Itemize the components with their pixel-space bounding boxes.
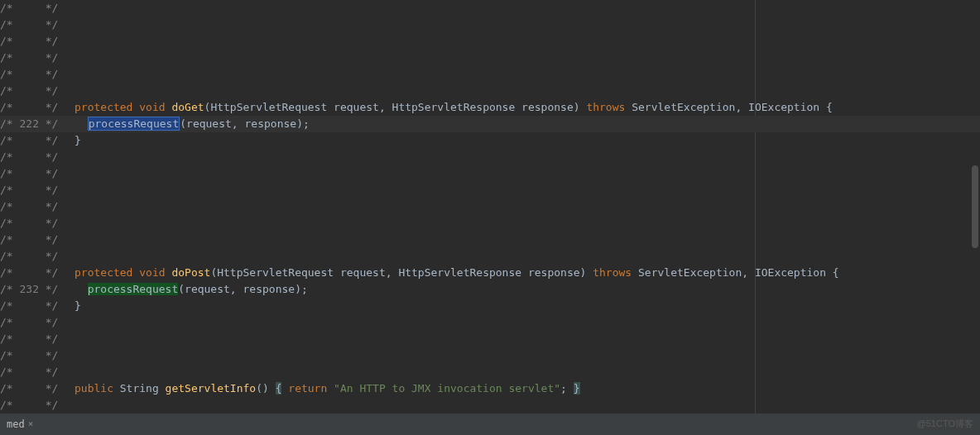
tab-label[interactable]: med	[7, 416, 25, 433]
token-call-hl-blue: processRequest	[88, 117, 180, 131]
code-line[interactable]: /* */	[0, 364, 980, 380]
code-content[interactable]	[68, 232, 74, 248]
token-param: response	[245, 117, 297, 130]
line-number-comment: /* */	[0, 149, 68, 165]
code-content[interactable]	[68, 50, 74, 66]
line-number-comment: /* */	[0, 165, 68, 182]
token-punct: (	[178, 283, 185, 295]
token-kw: throws	[593, 266, 632, 279]
code-line[interactable]: /* */	[0, 215, 980, 232]
code-content[interactable]	[68, 314, 74, 331]
code-line[interactable]: /* */	[0, 248, 980, 265]
code-line[interactable]: /* */	[0, 83, 980, 99]
code-content[interactable]	[68, 331, 74, 347]
line-number-comment: /* */	[0, 182, 68, 198]
code-line[interactable]: /* */	[0, 198, 980, 215]
code-line[interactable]: /* */	[0, 331, 980, 347]
code-line[interactable]: /* 232 */ processRequest(request, respon…	[0, 281, 980, 298]
code-content[interactable]	[68, 248, 74, 265]
token-param: response	[243, 283, 295, 295]
code-line[interactable]: /* */	[0, 17, 980, 33]
code-content[interactable]	[68, 182, 74, 198]
code-line[interactable]: /* */	[0, 347, 980, 364]
vertical-scrollbar-thumb[interactable]	[972, 165, 978, 248]
code-line[interactable]: /* 222 */ processRequest(request, respon…	[0, 116, 980, 132]
code-content[interactable]	[68, 397, 74, 413]
code-content[interactable]: processRequest(request, response);	[68, 281, 308, 298]
code-line[interactable]: /* */	[0, 165, 980, 182]
code-line[interactable]: /* */	[0, 314, 980, 331]
token-punct: )	[574, 101, 580, 113]
line-number-comment: /* */	[0, 314, 68, 331]
token-type: ServletException	[632, 101, 735, 113]
line-number-comment: /* */	[0, 33, 68, 50]
token-type: HttpServletResponse	[398, 266, 521, 279]
code-editor[interactable]: /* *//* *//* *//* *//* *//* *//* */prote…	[0, 0, 980, 413]
code-content[interactable]	[68, 0, 74, 17]
code-line[interactable]: /* */}	[0, 298, 980, 314]
token-brace-hl: }	[574, 382, 580, 394]
token-type: IOException	[748, 101, 819, 113]
token-string: "An HTTP to JMX invocation servlet"	[334, 382, 560, 394]
code-line[interactable]: /* */	[0, 232, 980, 248]
watermark: @51CTO博客	[917, 415, 973, 432]
code-line[interactable]: /* */	[0, 397, 980, 413]
code-content[interactable]: }	[68, 298, 81, 314]
token-punct: ,	[230, 283, 237, 295]
line-number-comment: /* */	[0, 347, 68, 364]
code-line[interactable]: /* */	[0, 66, 980, 83]
code-line[interactable]: /* */protected void doGet(HttpServletReq…	[0, 99, 980, 116]
token-param: request	[334, 101, 379, 113]
code-line[interactable]: /* */}	[0, 132, 980, 149]
token-type: ServletException	[638, 266, 742, 279]
code-content[interactable]	[68, 83, 74, 99]
code-content[interactable]: processRequest(request, response);	[68, 116, 310, 132]
token-punct: {	[826, 101, 833, 113]
token-kw: void	[139, 101, 165, 113]
code-line[interactable]: /* */protected void doPost(HttpServletRe…	[0, 265, 980, 281]
code-content[interactable]: }	[68, 132, 81, 149]
code-content[interactable]	[68, 165, 74, 182]
code-content[interactable]: protected void doPost(HttpServletRequest…	[68, 265, 839, 281]
code-content[interactable]	[68, 198, 74, 215]
line-number-comment: /* */	[0, 380, 68, 397]
token-kw: public	[74, 382, 113, 394]
code-line[interactable]: /* */	[0, 33, 980, 50]
code-content[interactable]	[68, 66, 74, 83]
code-content[interactable]: protected void doGet(HttpServletRequest …	[68, 99, 833, 116]
token-type: HttpServletRequest	[217, 266, 334, 279]
code-line[interactable]: /* */	[0, 0, 980, 17]
code-content[interactable]	[68, 364, 74, 380]
code-line[interactable]: /* */	[0, 50, 980, 66]
token-method-decl: getServletInfo	[166, 382, 257, 394]
token-kw: return	[288, 382, 327, 394]
token-param: request	[340, 266, 386, 279]
line-number-comment: /* */	[0, 232, 68, 248]
token-punct: ,	[386, 266, 392, 279]
code-line[interactable]: /* */	[0, 182, 980, 198]
line-number-comment: /* */	[0, 99, 68, 116]
code-content[interactable]	[68, 149, 74, 165]
token-punct: }	[74, 134, 81, 146]
line-number-comment: /* */	[0, 132, 68, 149]
token-punct: (	[180, 117, 186, 130]
token-punct: {	[833, 266, 839, 279]
code-content[interactable]	[68, 215, 74, 232]
close-icon[interactable]: ×	[28, 416, 34, 433]
code-content[interactable]	[68, 347, 74, 364]
line-number-comment: /* */	[0, 198, 68, 215]
line-number-comment: /* */	[0, 0, 68, 17]
code-content[interactable]: public String getServletInfo() { return …	[68, 380, 580, 397]
code-content[interactable]	[68, 33, 74, 50]
line-number-comment: /* */	[0, 298, 68, 314]
line-number-comment: /* */	[0, 83, 68, 99]
token-method-decl: doGet	[171, 101, 204, 113]
token-type: HttpServletRequest	[210, 101, 327, 113]
line-number-comment: /* */	[0, 17, 68, 33]
code-line[interactable]: /* */	[0, 149, 980, 165]
token-punct: ,	[379, 101, 386, 113]
line-number-comment: /* */	[0, 50, 68, 66]
token-punct: }	[74, 299, 81, 312]
code-content[interactable]	[68, 17, 74, 33]
code-line[interactable]: /* */public String getServletInfo() { re…	[0, 380, 980, 397]
